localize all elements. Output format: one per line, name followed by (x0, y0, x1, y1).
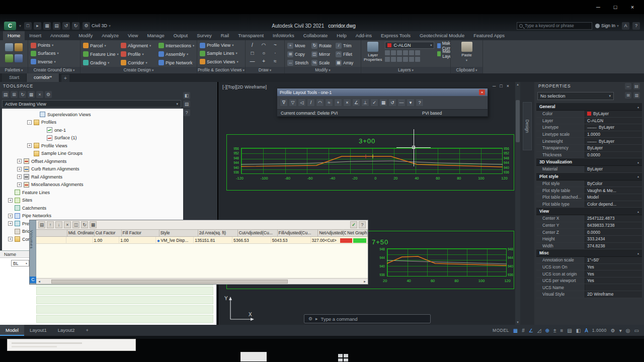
layout-tool-icon[interactable]: ▦ (379, 99, 387, 107)
toolspace-icon[interactable] (5, 43, 13, 51)
layout-tool-icon[interactable]: ◁ (298, 99, 306, 107)
table-horizontal-scrollbar[interactable]: ◂ ▸ (36, 278, 368, 284)
property-value[interactable]: ByLayer (585, 138, 642, 144)
panorama-toolbar-icon[interactable]: ▤ (38, 221, 45, 228)
table-cell[interactable]: 5043.53 (271, 237, 311, 244)
property-row[interactable]: Plot style (536, 173, 642, 180)
layout-tab[interactable]: Layout1 (24, 325, 52, 336)
tree-expander[interactable]: + (17, 183, 22, 187)
ribbon-button[interactable]: Profile▾ (121, 50, 156, 58)
ribbon-button[interactable]: Profile View▾ (200, 42, 243, 49)
property-value[interactable]: Color depend... (585, 201, 642, 208)
ribbon-tab[interactable]: Transparent (233, 31, 268, 40)
property-value[interactable]: ByLayer (585, 111, 642, 117)
drawing-window-control-icon[interactable]: × (507, 83, 509, 88)
property-value[interactable]: 333.2434 (585, 236, 642, 242)
panorama-toolbar-icon[interactable]: × (64, 221, 71, 228)
autodesk-app-store-icon[interactable]: A (622, 22, 629, 30)
layout-tool-icon[interactable]: + (334, 99, 342, 107)
draw-tool-icon[interactable]: + (260, 58, 268, 65)
layer-tool-icon[interactable] (415, 50, 420, 55)
ribbon-tab[interactable]: Featured Apps (469, 31, 509, 40)
status-toggle-icon[interactable]: ▦ (513, 328, 518, 333)
tree-expander[interactable]: + (8, 237, 13, 241)
panel-label-clipboard[interactable]: Clipboard (451, 67, 482, 73)
tree-item[interactable]: Surface (1) (2, 134, 183, 142)
toolspace-toolbar-icon[interactable]: ▤ (2, 91, 9, 98)
layout-tool-icon[interactable]: ≈ (325, 99, 333, 107)
property-row[interactable]: Center Y 8439833.7238 (536, 222, 642, 229)
toolspace-side-icon[interactable]: ◧ (183, 92, 190, 99)
panel-label-draw[interactable]: Draw (246, 67, 284, 73)
scrollbar-thumb[interactable] (51, 280, 288, 284)
layer-tool-icon[interactable] (397, 50, 402, 55)
layout-tab[interactable]: Model (0, 325, 24, 336)
toolspace-toolbar-icon[interactable]: × (36, 91, 43, 98)
property-row[interactable]: Plot style table Vaughn & Me... (536, 187, 642, 194)
layout-tool-icon[interactable]: ? (416, 99, 424, 107)
property-value[interactable]: Yes (585, 278, 642, 284)
tree-item[interactable]: + Sites (2, 197, 183, 205)
layout-tool-icon[interactable]: ▾ (407, 99, 415, 107)
property-row[interactable]: View (536, 208, 642, 215)
ribbon-tab[interactable]: Survey (192, 31, 216, 40)
property-value[interactable]: Vaughn & Me... (585, 187, 642, 194)
ribbon-button[interactable]: +Move (287, 42, 310, 49)
tree-item[interactable]: + Miscellaneous Alignments (2, 181, 183, 189)
status-toggle-icon[interactable]: ◎ (626, 328, 630, 333)
toolspace-toolbar-icon[interactable]: ↻ (19, 91, 26, 98)
layout-tool-icon[interactable]: — (397, 99, 406, 107)
panel-label-palettes[interactable]: Palettes (0, 67, 28, 73)
scroll-up-icon[interactable]: ▴ (515, 82, 520, 87)
customize-icon[interactable]: ⚙ (308, 316, 312, 321)
ribbon-button[interactable]: ⊞Copy (287, 50, 310, 58)
viewport-label[interactable]: [-][Top][2D Wireframe] (222, 84, 267, 89)
property-value[interactable]: Model (585, 194, 642, 201)
table-column-header[interactable]: Fill Factor (122, 230, 159, 237)
property-row[interactable]: General (536, 103, 642, 111)
table-column-header[interactable]: Mid. Ordinate... (67, 230, 95, 237)
property-value[interactable]: 1.0000 (585, 131, 642, 138)
status-toggle-icon[interactable]: ⊕ (545, 328, 549, 333)
layer-tool-icon[interactable] (391, 50, 396, 55)
ribbon-tab[interactable]: Help (332, 31, 351, 40)
status-toggle-icon[interactable]: ▭ (634, 328, 639, 333)
ribbon-button[interactable]: Corridor▾ (121, 59, 156, 66)
table-cell[interactable]: VM_lve Disp... (156, 237, 194, 244)
layer-tool-icon[interactable] (415, 57, 420, 62)
property-value[interactable]: ByColor (585, 180, 642, 187)
tree-item[interactable]: Sample Line Groups (2, 150, 183, 158)
properties-menu-icon[interactable]: ▤ (633, 83, 640, 89)
file-tab[interactable]: corridor* (27, 73, 59, 82)
table-cell[interactable]: 1.00 (93, 237, 120, 244)
qat-icon[interactable]: ▸ (34, 22, 41, 30)
tree-expander[interactable]: + (8, 198, 13, 203)
table-column-header[interactable]: Style (159, 230, 198, 237)
toolspace-side-icon[interactable]: ▤ (183, 101, 190, 108)
property-row[interactable]: UCS icon On Yes (536, 264, 642, 271)
tree-item[interactable]: Superelevation Views (2, 111, 183, 119)
layout-tool-icon[interactable]: × (343, 99, 351, 107)
layout-tool-icon[interactable]: / (307, 99, 315, 107)
tool-palette-tab-design[interactable]: Design (523, 102, 532, 150)
match-layer-button[interactable]: Match Layer (437, 50, 450, 57)
ribbon-button[interactable]: ◠Fillet (336, 50, 358, 58)
status-toggle-icon[interactable]: ◿ (537, 328, 541, 333)
qat-icon[interactable]: ↺ (62, 22, 70, 30)
layer-dropdown[interactable]: C-ALGN▾ (385, 42, 434, 49)
close-icon[interactable]: × (624, 1, 641, 13)
draw-tool-icon[interactable]: · (271, 50, 279, 57)
ribbon-button[interactable]: /Trim (336, 42, 358, 49)
draw-tool-icon[interactable]: ○ (260, 50, 268, 57)
table-cell[interactable]: 5366.53 (232, 237, 271, 244)
property-row[interactable]: UCS icon at origin Yes (536, 270, 642, 278)
table-column-header[interactable]: FillAdjusted(Cu... (278, 230, 318, 237)
status-toggle-icon[interactable]: 1.0000 (592, 328, 607, 333)
pickadd-icon[interactable]: ▥ (633, 92, 640, 99)
ribbon-button[interactable]: ▦Array (336, 59, 358, 66)
ribbon-button[interactable]: ◫Mirror (311, 50, 334, 58)
draw-tool-icon[interactable]: ≈ (271, 58, 279, 65)
new-tab-button[interactable]: + (61, 74, 69, 82)
scroll-down-icon[interactable]: ▾ (515, 320, 520, 325)
ribbon-tab[interactable]: Express Tools (376, 31, 415, 40)
